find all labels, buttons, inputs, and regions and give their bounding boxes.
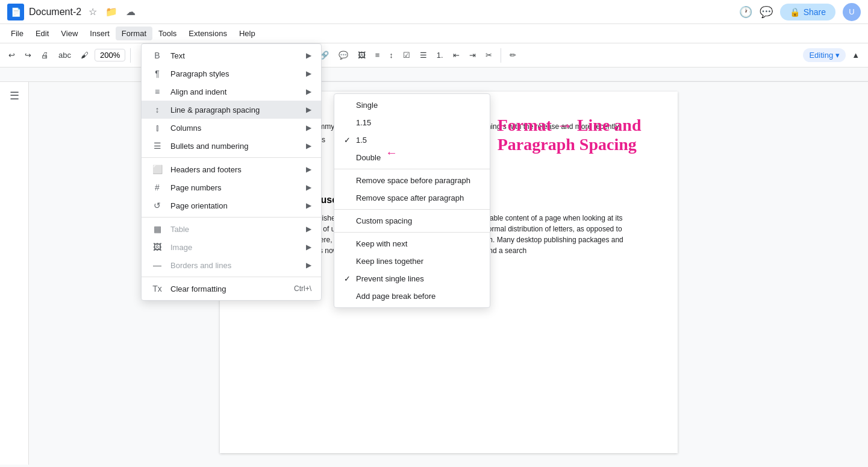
page-orientation-icon: ↺ xyxy=(151,201,163,210)
spacing-keep-lines[interactable]: Keep lines together xyxy=(334,252,490,270)
arrow-icon: ▶ xyxy=(306,201,311,210)
check-prevent-single: ✓ xyxy=(344,274,356,283)
pencil-icon[interactable]: ✏ xyxy=(506,48,520,62)
menu-separator-1 xyxy=(142,157,321,158)
spacing-double[interactable]: Double xyxy=(334,149,490,166)
image-format-icon: 🖼 xyxy=(151,242,163,252)
cloud-icon[interactable]: ☁ xyxy=(123,4,138,20)
line-spacing-button[interactable]: ↕ xyxy=(386,48,397,62)
menu-separator-2 xyxy=(142,217,321,218)
menu-extensions[interactable]: Extensions xyxy=(183,27,233,40)
bullets-icon: ☰ xyxy=(151,141,163,151)
spacing-separator-2 xyxy=(334,209,490,210)
format-menu-page-numbers[interactable]: # Page numbers ▶ xyxy=(142,178,321,196)
numbered-list-button[interactable]: 1. xyxy=(433,48,447,62)
arrow-icon: ▶ xyxy=(306,261,311,269)
google-docs-logo: 📄 xyxy=(7,4,24,20)
menu-edit[interactable]: Edit xyxy=(30,27,55,40)
menu-insert[interactable]: Insert xyxy=(84,27,116,40)
format-menu-clear-formatting[interactable]: Tx Clear formatting Ctrl+\ xyxy=(142,280,321,298)
toolbar: ↩ ↪ 🖨 abc 🖌 200% Arial − 11 + B I U A ✏ … xyxy=(0,43,868,67)
borders-icon: — xyxy=(151,260,163,270)
menu-bar: File Edit View Insert Format Tools Exten… xyxy=(0,24,868,43)
align-button[interactable]: ≡ xyxy=(372,48,384,62)
title-icons: ☆ 📁 ☁ xyxy=(86,4,138,20)
arrow-icon: ▶ xyxy=(306,124,311,132)
avatar[interactable]: U xyxy=(843,3,861,21)
toolbar-separator-3 xyxy=(501,48,501,63)
menu-tools[interactable]: Tools xyxy=(152,27,183,40)
format-menu-text[interactable]: B Text ▶ xyxy=(142,46,321,64)
format-menu-borders[interactable]: — Borders and lines ▶ xyxy=(142,256,321,274)
spacing-single[interactable]: Single xyxy=(334,96,490,114)
checklist-button[interactable]: ☑ xyxy=(399,48,414,62)
history-icon[interactable]: 🕐 xyxy=(739,5,752,19)
menu-format[interactable]: Format xyxy=(116,27,152,40)
arrow-icon: ▶ xyxy=(306,69,311,78)
arrow-icon: ▶ xyxy=(306,87,311,96)
zoom-selector[interactable]: 200% xyxy=(95,49,125,61)
arrow-icon: ▶ xyxy=(306,183,311,192)
check-single xyxy=(344,101,356,110)
sidebar-icons: ☰ xyxy=(0,82,29,465)
indent-decrease-button[interactable]: ⇤ xyxy=(449,48,463,62)
editing-mode-button[interactable]: Editing ▾ xyxy=(803,48,846,62)
undo-button[interactable]: ↩ xyxy=(5,48,19,62)
format-menu-page-orientation[interactable]: ↺ Page orientation ▶ xyxy=(142,196,321,215)
check-1-5: ✓ xyxy=(344,136,356,145)
bullet-list-button[interactable]: ☰ xyxy=(416,48,431,62)
check-1-15 xyxy=(344,118,356,127)
chevron-down-icon: ▾ xyxy=(835,51,840,60)
folder-icon[interactable]: 📁 xyxy=(103,4,120,20)
table-icon: ▦ xyxy=(151,224,163,234)
align-icon: ≡ xyxy=(151,87,163,96)
comments-icon[interactable]: 💬 xyxy=(760,5,773,19)
comment-button[interactable]: 💬 xyxy=(335,48,352,62)
clear-formatting-shortcut: Ctrl+\ xyxy=(294,284,311,293)
format-menu-table[interactable]: ▦ Table ▶ xyxy=(142,220,321,238)
paint-format-button[interactable]: 🖌 xyxy=(77,48,92,62)
redo-button[interactable]: ↪ xyxy=(21,48,35,62)
toolbar-separator-1 xyxy=(130,48,131,63)
paragraph-styles-icon: ¶ xyxy=(151,69,163,78)
print-button[interactable]: 🖨 xyxy=(37,48,52,62)
spacing-remove-before[interactable]: Remove space before paragraph xyxy=(334,172,490,189)
spacing-submenu: Single 1.15 ✓ 1.5 Double Remove space be… xyxy=(334,93,490,308)
format-menu-headers[interactable]: ⬜ Headers and footers ▶ xyxy=(142,160,321,178)
document-title[interactable]: Document-2 xyxy=(29,7,81,17)
menu-view[interactable]: View xyxy=(55,27,84,40)
clear-formatting-icon: Tx xyxy=(151,284,163,293)
share-button[interactable]: 🔒 Share xyxy=(780,4,835,20)
format-menu-image[interactable]: 🖼 Image ▶ xyxy=(142,238,321,256)
collapse-button[interactable]: ▲ xyxy=(848,48,863,62)
spacing-keep-next[interactable]: Keep with next xyxy=(334,235,490,252)
spellcheck-button[interactable]: abc xyxy=(55,48,75,62)
format-menu-bullets[interactable]: ☰ Bullets and numbering ▶ xyxy=(142,137,321,155)
spacing-separator-1 xyxy=(334,169,490,169)
clear-format-button[interactable]: ✂ xyxy=(482,48,496,62)
image-button[interactable]: 🖼 xyxy=(354,48,369,62)
columns-icon: ⫿ xyxy=(151,123,163,133)
outline-icon[interactable]: ☰ xyxy=(10,89,19,102)
spacing-remove-after[interactable]: Remove space after paragraph xyxy=(334,189,490,207)
menu-help[interactable]: Help xyxy=(233,27,261,40)
title-bar-left: 📄 Document-2 ☆ 📁 ☁ xyxy=(7,4,739,20)
spacing-page-break[interactable]: Add page break before xyxy=(334,287,490,305)
ruler xyxy=(0,67,868,82)
menu-file[interactable]: File xyxy=(5,27,30,40)
check-double xyxy=(344,153,356,162)
title-bar-right: 🕐 💬 🔒 Share U xyxy=(739,3,861,21)
arrow-icon: ▶ xyxy=(306,105,311,114)
indent-increase-button[interactable]: ⇥ xyxy=(466,48,479,62)
star-icon[interactable]: ☆ xyxy=(86,4,99,20)
arrow-icon: ▶ xyxy=(306,243,311,251)
spacing-1-5[interactable]: ✓ 1.5 xyxy=(334,131,490,149)
format-menu-paragraph-styles[interactable]: ¶ Paragraph styles ▶ xyxy=(142,64,321,83)
format-menu-columns[interactable]: ⫿ Columns ▶ xyxy=(142,119,321,137)
spacing-custom[interactable]: Custom spacing xyxy=(334,212,490,230)
page-numbers-icon: # xyxy=(151,183,163,192)
format-menu-line-spacing[interactable]: ↕ Line & paragraph spacing ▶ xyxy=(142,101,321,119)
format-menu-align[interactable]: ≡ Align and indent ▶ xyxy=(142,83,321,101)
spacing-1-15[interactable]: 1.15 xyxy=(334,114,490,131)
spacing-prevent-single[interactable]: ✓ Prevent single lines xyxy=(334,270,490,287)
